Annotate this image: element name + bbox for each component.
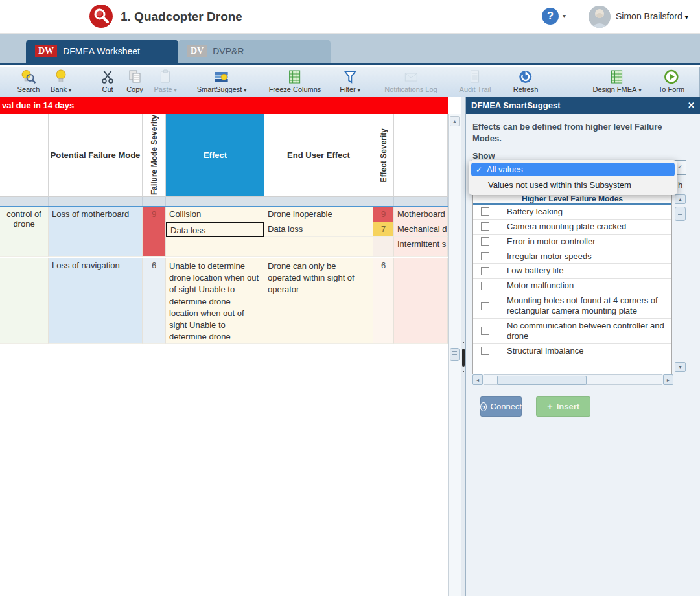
column-header-next[interactable] [394, 114, 448, 197]
caret-down-icon: ▾ [638, 87, 641, 93]
scroll-up-icon[interactable]: ▲ [450, 116, 460, 126]
close-icon[interactable]: ✕ [688, 97, 695, 114]
user-menu[interactable]: Simon Brailsford▾ [616, 11, 688, 21]
refresh-icon [517, 69, 534, 85]
column-header-component[interactable] [0, 114, 49, 197]
cell-effect-severity[interactable]: 6 [373, 258, 394, 344]
list-item[interactable]: Low battery life [473, 264, 671, 279]
checkbox[interactable] [481, 267, 489, 275]
dropdown-option-all-values[interactable]: ✓All values [471, 163, 675, 176]
cell-effect-selected[interactable]: Data loss [166, 222, 264, 237]
scroll-left-icon[interactable]: ◄ [472, 374, 483, 385]
tab-strip: DW DFMEA Worksheet DV DVP&R [0, 34, 700, 65]
cell-end-user-effect[interactable]: Data loss [264, 222, 373, 237]
checkbox[interactable] [481, 237, 489, 246]
list-vertical-scrollbar[interactable]: ▲ ▼ [675, 194, 686, 373]
column-header-effect-severity[interactable]: Effect Severity [373, 114, 394, 197]
cell-effect-severity[interactable]: 9 [373, 207, 394, 222]
column-header-end-user-effect[interactable]: End User Effect [264, 114, 373, 197]
panel-description: Effects can be defined from higher level… [472, 121, 684, 144]
cell-end-user-effect[interactable] [264, 237, 373, 257]
list-scrollbar-handle[interactable] [675, 207, 686, 221]
refresh-button[interactable]: Refresh [513, 69, 539, 93]
group-band [264, 197, 373, 206]
grid-vertical-scrollbar[interactable]: ▲ [448, 114, 461, 596]
help-caret-icon[interactable]: ▾ [563, 12, 566, 19]
checkbox[interactable] [481, 327, 489, 335]
column-header-effect[interactable]: Effect [166, 114, 264, 197]
to-form-button[interactable]: To Form [659, 69, 684, 93]
cell-effect-severity[interactable] [373, 237, 394, 257]
panel-header: ✕ DFMEA SmartSuggest [466, 97, 700, 114]
user-caret-icon: ▾ [685, 14, 688, 21]
cell-next-effect[interactable]: Intermittent s [394, 237, 448, 257]
list-item[interactable]: Camera mounting plate cracked [473, 220, 671, 235]
scroll-down-icon[interactable]: ▼ [675, 362, 686, 372]
cell-failure-mode[interactable]: Loss of motherboard [49, 207, 143, 257]
panel-splitter[interactable] [461, 97, 465, 596]
smartsuggest-button[interactable]: SmartSuggest▾ [197, 69, 247, 93]
list-horizontal-scrollbar[interactable]: ◄ ► [472, 374, 673, 385]
design-fmea-button[interactable]: Design FMEA▾ [593, 69, 642, 93]
tab-dfmea-worksheet[interactable]: DW DFMEA Worksheet [26, 40, 178, 63]
scroll-right-icon[interactable]: ► [663, 374, 673, 385]
cell-effect[interactable]: Unable to determine drone location when … [166, 258, 264, 344]
hscroll-track[interactable] [484, 374, 662, 385]
envelope-icon [402, 69, 419, 85]
cell-effect[interactable] [166, 237, 264, 257]
cell-component[interactable]: control of drone [0, 207, 49, 257]
list-item[interactable]: Motor malfunction [473, 279, 671, 293]
hscroll-handle[interactable] [497, 376, 587, 385]
show-label: Show [472, 151, 495, 161]
cell-fm-severity[interactable]: 6 [143, 258, 166, 344]
freeze-columns-button[interactable]: Freeze Columns [269, 69, 321, 93]
checkbox[interactable] [481, 222, 489, 231]
dropdown-option-values-not-used[interactable]: Values not used within this Subsystem [471, 176, 675, 192]
cell-next-effect[interactable]: Motherboard [394, 207, 448, 222]
checkbox[interactable] [481, 207, 489, 216]
checkbox[interactable] [481, 252, 489, 260]
list-item[interactable]: No communication between controller and … [473, 319, 671, 344]
cell-next-effect[interactable]: Mechanical d [394, 222, 448, 237]
connect-arrow-icon: ➔ [480, 402, 487, 411]
cell-effect-severity[interactable]: 7 [373, 222, 394, 237]
copy-button[interactable]: Copy [126, 69, 143, 93]
group-band [166, 197, 264, 206]
cell-end-user-effect[interactable]: Drone inoperable [264, 207, 373, 222]
smartsuggest-icon [213, 69, 230, 85]
list-item[interactable]: Structural imbalance [473, 344, 671, 359]
cut-button[interactable]: Cut [99, 69, 116, 93]
cell-failure-mode[interactable]: Loss of navigation [49, 258, 143, 344]
table-grid-icon [286, 69, 303, 85]
checkbox[interactable] [481, 282, 489, 290]
list-item[interactable]: Irregular motor speeds [473, 249, 671, 264]
column-header-failure-mode[interactable]: Potential Failure Mode [49, 114, 143, 197]
column-header-fm-severity[interactable]: Failure Mode Severity [143, 114, 166, 197]
list-item[interactable]: Mounting holes not found at 4 corners of… [473, 293, 671, 319]
checkbox[interactable] [481, 347, 489, 355]
list-item[interactable]: Battery leaking [473, 205, 671, 220]
cell-next-effect[interactable] [394, 258, 448, 344]
cell-effect[interactable]: Collision [166, 207, 264, 222]
avatar[interactable] [589, 6, 611, 28]
scroll-up-icon[interactable]: ▲ [675, 194, 686, 204]
document-lines-icon [467, 69, 484, 85]
lightbulb-icon [52, 69, 69, 85]
connect-button[interactable]: ➔ Connect [480, 396, 522, 417]
list-item[interactable]: Error in motor controller [473, 235, 671, 249]
cell-end-user-effect[interactable]: Drone can only be operated within sight … [264, 258, 373, 344]
cell-component[interactable] [0, 258, 49, 344]
splitter-grip[interactable] [462, 349, 465, 367]
caret-down-icon: ▾ [244, 87, 246, 93]
cell-fm-severity[interactable]: 9 [143, 207, 166, 257]
grid-scrollbar-handle[interactable] [450, 348, 460, 361]
tab-dvpr[interactable]: DV DVP&R [178, 40, 331, 63]
help-button[interactable]: ? [542, 8, 559, 25]
search-button[interactable]: Search [18, 69, 40, 93]
panel-title: DFMEA SmartSuggest [471, 100, 560, 110]
filter-button[interactable]: Filter▾ [340, 69, 360, 93]
checkbox[interactable] [481, 302, 489, 310]
paste-button: Paste▾ [154, 69, 176, 93]
insert-button[interactable]: + Insert [536, 396, 590, 417]
bank-button[interactable]: Bank▾ [51, 69, 71, 93]
